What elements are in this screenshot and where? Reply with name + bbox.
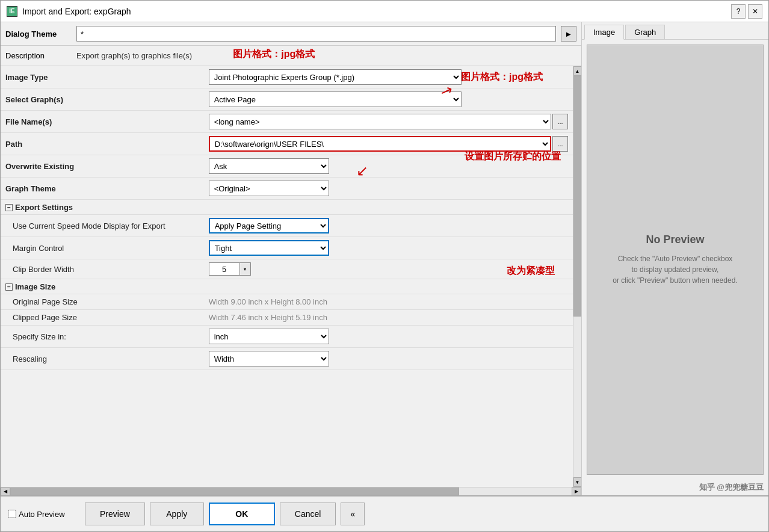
- hscrollbar-left-button[interactable]: ◀: [1, 487, 10, 496]
- window-icon: IE: [7, 6, 17, 17]
- dialog-window: IE Import and Export: expGraph ? ✕ Dialo…: [0, 0, 769, 532]
- table-row-rescaling: Rescaling Width Height Custom: [1, 348, 573, 370]
- bottom-bar: Auto Preview Preview Apply OK Cancel «: [1, 495, 768, 531]
- margin-control-cell: Tight Loose Custom: [204, 237, 573, 259]
- rescaling-cell: Width Height Custom: [204, 348, 573, 370]
- graph-theme-label: Graph Theme: [1, 178, 204, 200]
- settings-area: 图片格式：jpg格式 ↙ 设置图片所存贮的位置 ↙ 改为紧凑型: [1, 66, 573, 487]
- preview-button[interactable]: Preview: [85, 503, 145, 525]
- preview-area: No Preview Check the "Auto Preview" chec…: [587, 45, 764, 475]
- auto-preview-checkbox-group: Auto Preview: [8, 510, 80, 519]
- image-size-toggle: − Image Size: [5, 282, 55, 291]
- table-row-select-graphs: Select Graph(s) Active Page Active Graph…: [1, 88, 573, 111]
- path-input-group: D:\software\orign\USER FILES\ ...: [209, 136, 568, 152]
- export-settings-toggle-icon[interactable]: −: [5, 204, 13, 211]
- settings-hscrollbar[interactable]: ◀ ▶: [1, 487, 581, 495]
- hscrollbar-right-button[interactable]: ▶: [572, 487, 581, 496]
- table-row-clipped-page-size: Clipped Page Size Width 7.46 inch x Heig…: [1, 310, 573, 326]
- select-graphs-label: Select Graph(s): [1, 88, 204, 111]
- title-bar: IE Import and Export: expGraph ? ✕: [1, 1, 768, 22]
- table-row-clip-border: Clip Border Width ▾: [1, 259, 573, 279]
- clip-border-input[interactable]: [209, 262, 240, 276]
- apply-button[interactable]: Apply: [150, 503, 204, 525]
- auto-preview-checkbox[interactable]: [8, 510, 16, 518]
- export-settings-header: − Export Settings: [1, 200, 573, 215]
- table-row-graph-theme: Graph Theme <Original> Default: [1, 178, 573, 200]
- table-row-original-page-size: Original Page Size Width 9.00 inch x Hei…: [1, 294, 573, 310]
- select-graphs-cell: Active Page Active Graph All in Workbook: [204, 88, 573, 111]
- description-text: Export graph(s) to graphics file(s): [76, 51, 192, 60]
- dialog-theme-input[interactable]: [76, 26, 556, 42]
- no-preview-text: Check the "Auto Preview" checkboxto disp…: [613, 253, 737, 286]
- overwrite-select[interactable]: Ask Yes No: [209, 158, 329, 174]
- hscrollbar-thumb[interactable]: [10, 487, 459, 495]
- table-row-image-type: Image Type Joint Photographic Experts Gr…: [1, 66, 573, 88]
- settings-scrollbar[interactable]: ▲ ▼: [573, 66, 581, 487]
- right-panel: Image Graph No Preview Check the "Auto P…: [582, 22, 768, 495]
- path-cell: D:\software\orign\USER FILES\ ...: [204, 133, 573, 155]
- help-button[interactable]: ?: [731, 4, 746, 19]
- table-row-file-names: File Name(s) <long name> <short name> Cu…: [1, 111, 573, 133]
- hscrollbar-track: [10, 487, 572, 495]
- scrollbar-up-button[interactable]: ▲: [573, 66, 582, 76]
- original-page-size-value: Width 9.00 inch x Height 8.00 inch: [209, 297, 327, 306]
- ok-button[interactable]: OK: [209, 503, 275, 525]
- file-names-select[interactable]: <long name> <short name> Custom: [209, 114, 551, 129]
- path-select[interactable]: D:\software\orign\USER FILES\: [209, 136, 551, 152]
- window-title: Import and Export: expGraph: [22, 7, 131, 16]
- no-preview-title: No Preview: [646, 234, 704, 246]
- table-row-path: Path D:\software\orign\USER FILES\ ...: [1, 133, 573, 155]
- image-type-cell: Joint Photographic Experts Group (*.jpg)…: [204, 66, 573, 88]
- left-panel: Dialog Theme ▶ Description Export graph(…: [1, 22, 582, 495]
- scrollbar-track: [573, 76, 581, 477]
- table-row-overwrite: Overwrite Existing Ask Yes No: [1, 155, 573, 178]
- file-names-cell: <long name> <short name> Custom ...: [204, 111, 573, 133]
- file-names-browse-button[interactable]: ...: [552, 114, 568, 129]
- margin-control-select[interactable]: Tight Loose Custom: [209, 240, 329, 256]
- image-type-select[interactable]: Joint Photographic Experts Group (*.jpg)…: [209, 69, 462, 85]
- image-size-header: − Image Size: [1, 279, 573, 294]
- rescaling-label: Rescaling: [1, 348, 204, 370]
- dialog-theme-label: Dialog Theme: [5, 29, 72, 39]
- path-browse-button[interactable]: ...: [552, 136, 568, 152]
- rescaling-select[interactable]: Width Height Custom: [209, 351, 329, 367]
- description-row: Description Export graph(s) to graphics …: [1, 46, 581, 66]
- clipped-page-size-label: Clipped Page Size: [1, 310, 204, 326]
- clip-border-arrow-button[interactable]: ▾: [240, 262, 251, 276]
- main-content: Dialog Theme ▶ Description Export graph(…: [1, 22, 768, 495]
- specify-size-select[interactable]: inch cm pixel: [209, 329, 329, 344]
- dialog-theme-arrow-button[interactable]: ▶: [561, 26, 576, 42]
- speed-mode-cell: Apply Page Setting Yes No: [204, 215, 573, 237]
- file-names-input-group: <long name> <short name> Custom ...: [209, 114, 568, 129]
- title-bar-right: ? ✕: [731, 4, 762, 19]
- clipped-page-size-value: Width 7.46 inch x Height 5.19 inch: [209, 313, 327, 322]
- clip-border-cell: ▾: [204, 259, 573, 279]
- dialog-theme-row: Dialog Theme ▶: [1, 22, 581, 46]
- scrollbar-thumb[interactable]: [573, 76, 581, 317]
- annotation-jpg-format: 图片格式：jpg格式: [233, 48, 315, 61]
- image-size-toggle-icon[interactable]: −: [5, 283, 13, 291]
- cancel-button[interactable]: Cancel: [280, 503, 336, 525]
- settings-wrapper: 图片格式：jpg格式 ↙ 设置图片所存贮的位置 ↙ 改为紧凑型: [1, 66, 581, 487]
- original-page-size-label: Original Page Size: [1, 294, 204, 310]
- description-label: Description: [5, 51, 72, 60]
- table-row-margin-control: Margin Control Tight Loose Custom: [1, 237, 573, 259]
- scrollbar-down-button[interactable]: ▼: [573, 477, 582, 487]
- auto-preview-label: Auto Preview: [19, 510, 65, 519]
- settings-table: Image Type Joint Photographic Experts Gr…: [1, 66, 573, 370]
- speed-mode-select[interactable]: Apply Page Setting Yes No: [209, 218, 329, 234]
- close-button[interactable]: ✕: [748, 4, 762, 19]
- tab-graph[interactable]: Graph: [625, 25, 665, 39]
- original-page-size-cell: Width 9.00 inch x Height 8.00 inch: [204, 294, 573, 310]
- specify-size-cell: inch cm pixel: [204, 326, 573, 348]
- select-graphs-select[interactable]: Active Page Active Graph All in Workbook: [209, 91, 462, 107]
- overwrite-label: Overwrite Existing: [1, 155, 204, 178]
- file-names-label: File Name(s): [1, 111, 204, 133]
- clip-border-combo: ▾: [209, 262, 568, 276]
- image-type-label: Image Type: [1, 66, 204, 88]
- tab-image[interactable]: Image: [584, 25, 624, 40]
- collapse-button[interactable]: «: [341, 503, 365, 525]
- graph-theme-select[interactable]: <Original> Default: [209, 181, 329, 196]
- export-settings-header-row: − Export Settings: [1, 200, 573, 215]
- graph-theme-cell: <Original> Default: [204, 178, 573, 200]
